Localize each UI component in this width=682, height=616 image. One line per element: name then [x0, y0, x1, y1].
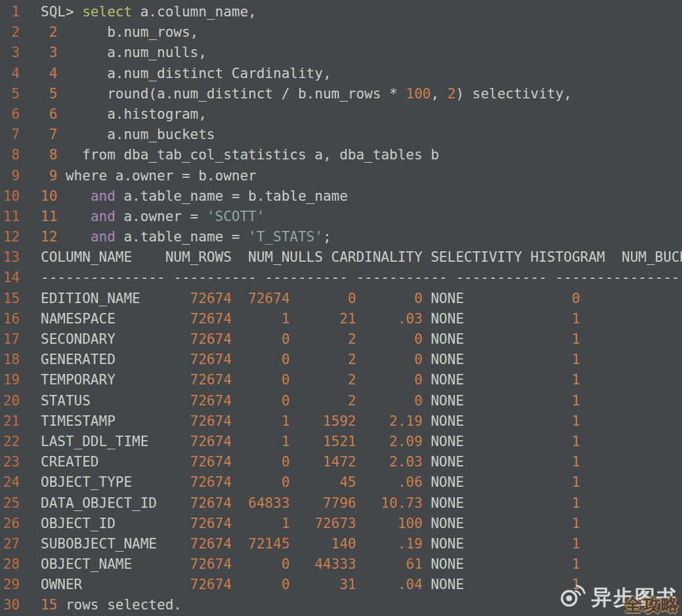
cell-selectivity: 2.19 — [356, 411, 422, 432]
code-token: 11 — [41, 209, 57, 224]
terminal-line: 24OBJECT_TYPE72674045.06NONE1 — [0, 472, 682, 493]
cell-cardinality: 140 — [289, 534, 356, 554]
terminal-output: 1SQL> select a.column_name,2 2 b.num_row… — [0, 2, 682, 616]
cell-num_buckets: 1 — [480, 432, 580, 452]
line-number: 10 — [0, 186, 20, 207]
line-content: 15 rows selected. — [41, 595, 682, 615]
cell-selectivity: 0 — [356, 350, 422, 370]
line-number: 7 — [0, 125, 20, 145]
cell-num_buckets: 1 — [480, 575, 580, 595]
cell-num_rows: 72674 — [165, 452, 232, 472]
line-content: 7 a.num_buckets — [41, 125, 682, 145]
terminal-line: 1010 and a.table_name = b.table_name — [0, 186, 682, 207]
cell-cardinality: 45 — [289, 472, 356, 493]
cell-selectivity: 100 — [356, 514, 422, 534]
table-row: GENERATED72674020NONE1 — [41, 350, 682, 370]
table-row: OBJECT_TYPE72674045.06NONE1 — [41, 472, 682, 493]
line-number: 4 — [0, 64, 20, 84]
cell-selectivity: 0 — [356, 289, 422, 309]
cell-cardinality: 1592 — [289, 411, 356, 432]
cell-num_rows: 72674 — [165, 472, 232, 493]
cell-num_rows: 72674 — [165, 411, 232, 432]
cell-cardinality: 0 — [289, 289, 356, 309]
cell-num_buckets: 1 — [480, 391, 580, 411]
terminal-line: 20STATUS72674020NONE1 — [0, 391, 682, 411]
code-token: select — [82, 4, 132, 20]
cell-column_name: GENERATED — [41, 350, 165, 370]
terminal-line: 14--------------- ---------- ---------- … — [0, 268, 682, 288]
cell-cardinality: 7796 — [289, 493, 356, 514]
code-token: 'T_STATS' — [248, 229, 323, 245]
terminal-line: 19TEMPORARY72674020NONE1 — [0, 370, 682, 390]
line-number: 24 — [0, 472, 20, 493]
line-content: 2 b.num_rows, — [41, 22, 682, 43]
cell-num_buckets: 1 — [480, 329, 580, 350]
cell-column_name: CREATED — [41, 452, 165, 472]
cell-num_buckets: 0 — [480, 289, 580, 309]
cell-column_name: LAST_DDL_TIME — [41, 432, 165, 452]
code-token: 5 — [41, 86, 57, 102]
code-token: 2 — [448, 86, 456, 102]
line-number: 9 — [0, 166, 20, 186]
cell-selectivity: 0 — [356, 391, 422, 411]
table-row: TIMESTAMP72674115922.19NONE1 — [41, 411, 682, 432]
line-number: 15 — [0, 289, 20, 309]
line-content: COLUMN_NAME NUM_ROWS NUM_NULLS CARDINALI… — [41, 247, 682, 268]
terminal-line: 2 2 b.num_rows, — [0, 22, 682, 43]
code-token: 6 — [41, 106, 57, 122]
code-token: 9 — [41, 168, 57, 184]
code-token: 12 — [41, 229, 57, 245]
line-number: 26 — [0, 514, 20, 534]
cell-num_buckets: 1 — [480, 309, 580, 329]
line-number: 5 — [0, 84, 20, 104]
table-row: OBJECT_NAME7267404433361NONE1 — [41, 554, 682, 575]
cell-num_rows: 72674 — [165, 289, 232, 309]
cell-histogram: NONE — [423, 289, 481, 309]
code-token: b.num_rows, — [57, 24, 198, 40]
line-number: 1 — [0, 2, 20, 22]
line-number: 2 — [0, 22, 20, 43]
code-token: from dba_tab_col_statistics a, dba_table… — [57, 147, 439, 163]
line-content: 10 and a.table_name = b.table_name — [41, 186, 682, 207]
line-content: 3 a.num_nulls, — [41, 43, 682, 63]
code-token — [57, 188, 91, 204]
terminal-line: 9 9 where a.owner = b.owner — [0, 166, 682, 186]
terminal-line: 15EDITION_NAME726747267400NONE0 — [0, 289, 682, 309]
terminal-line: 23CREATED72674014722.03NONE1 — [0, 452, 682, 472]
terminal-line: 8 8 from dba_tab_col_statistics a, dba_t… — [0, 145, 682, 165]
line-content: --------------- ---------- ---------- --… — [41, 268, 682, 288]
code-token: a.num_nulls, — [57, 45, 207, 60]
cell-num_rows: 72674 — [165, 514, 232, 534]
line-number: 13 — [0, 247, 20, 268]
line-content: 8 from dba_tab_col_statistics a, dba_tab… — [41, 145, 682, 165]
code-token: SQL> — [41, 4, 82, 20]
cell-num_rows: 72674 — [165, 554, 232, 575]
cell-histogram: NONE — [423, 493, 481, 514]
cell-num_buckets: 1 — [480, 370, 580, 390]
cell-histogram: NONE — [423, 411, 481, 432]
cell-selectivity: 2.09 — [356, 432, 422, 452]
cell-num_nulls: 0 — [232, 391, 290, 411]
cell-cardinality: 2 — [289, 370, 356, 390]
terminal-line: 13COLUMN_NAME NUM_ROWS NUM_NULLS CARDINA… — [0, 247, 682, 268]
cell-column_name: EDITION_NAME — [41, 289, 165, 309]
table-row: STATUS72674020NONE1 — [41, 391, 682, 411]
sql-terminal[interactable]: 1SQL> select a.column_name,2 2 b.num_row… — [0, 0, 682, 616]
code-token: 8 — [41, 147, 57, 163]
cell-num_nulls: 0 — [232, 350, 290, 370]
cell-num_buckets: 1 — [480, 554, 580, 575]
code-token: --------------- ---------- ---------- --… — [41, 270, 682, 285]
cell-num_nulls: 0 — [232, 370, 290, 390]
cell-num_nulls: 1 — [232, 309, 290, 329]
code-token: , — [431, 86, 447, 102]
cell-num_rows: 72674 — [165, 350, 232, 370]
code-token: 4 — [41, 66, 57, 81]
code-token: a.histogram, — [57, 106, 207, 122]
line-number: 22 — [0, 432, 20, 452]
code-token: and — [91, 229, 116, 245]
cell-histogram: NONE — [423, 432, 481, 452]
cell-column_name: NAMESPACE — [41, 309, 165, 329]
line-content: 5 round(a.num_distinct / b.num_rows * 10… — [41, 84, 682, 104]
line-number: 3 — [0, 43, 20, 63]
cell-selectivity: .19 — [356, 534, 422, 554]
